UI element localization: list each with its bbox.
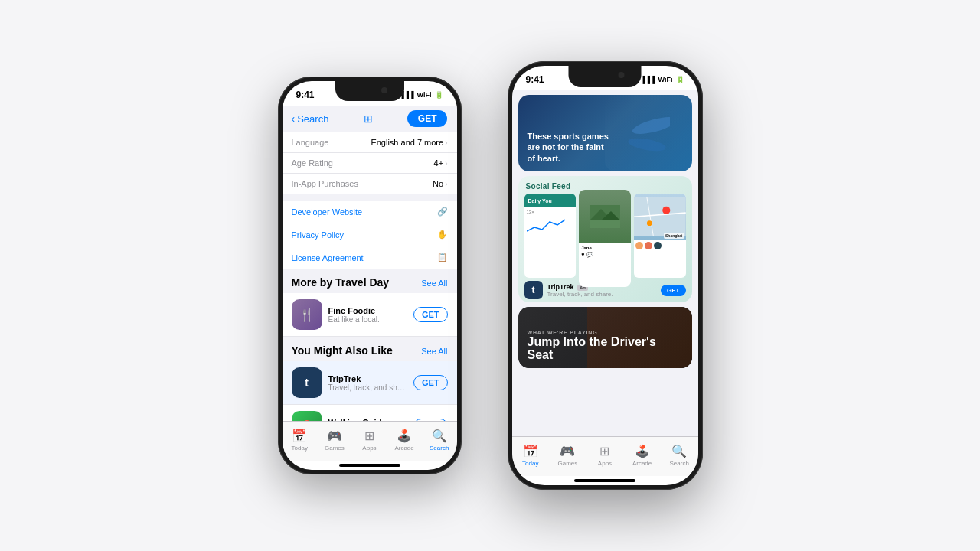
developer-website-label: Developer Website bbox=[292, 207, 363, 217]
today-label-left: Today bbox=[292, 445, 308, 452]
games-label-right: Games bbox=[557, 460, 577, 467]
fine-foodie-info: Fine Foodie Eat like a local. bbox=[328, 306, 407, 324]
gaming-label: WHAT WE'RE PLAYING bbox=[528, 330, 683, 335]
search-label-right: Search bbox=[669, 460, 688, 467]
tab-search-right[interactable]: 🔍 Search bbox=[661, 444, 698, 467]
today-icon-left: 📅 bbox=[292, 429, 307, 443]
privacy-policy-label: Privacy Policy bbox=[292, 230, 344, 240]
home-indicator-left bbox=[339, 464, 400, 467]
search-icon-left: 🔍 bbox=[432, 429, 447, 443]
triptrek-icon: t bbox=[292, 367, 322, 398]
today-icon-right: 📅 bbox=[523, 444, 538, 458]
back-button[interactable]: ‹ Search bbox=[292, 112, 329, 125]
showcase-app-desc: Travel, track, and share. bbox=[547, 291, 657, 298]
phone-right: 9:41 ▐▐▐ WiFi 🔋 bbox=[508, 61, 703, 490]
mini-avatars bbox=[635, 242, 684, 249]
search-icon-right: 🔍 bbox=[671, 444, 687, 458]
mini-screen-3: Shanghai bbox=[634, 194, 686, 278]
gaming-text: WHAT WE'RE PLAYING Jump Into the Driver'… bbox=[528, 330, 683, 362]
more-see-all[interactable]: See All bbox=[421, 279, 447, 288]
triptrek-desc: Travel, track, and share.Ad bbox=[328, 383, 407, 392]
tab-games-right[interactable]: 🎮 Games bbox=[549, 444, 586, 467]
tab-bar-left: 📅 Today 🎮 Games ⊞ Apps 🕹️ Arcade 🔍 bbox=[283, 421, 457, 461]
fine-foodie-name: Fine Foodie bbox=[328, 306, 407, 315]
tab-today-right[interactable]: 📅 Today bbox=[512, 444, 550, 467]
license-agreement-label: License Agreement bbox=[292, 253, 364, 262]
tab-apps-left[interactable]: ⊞ Apps bbox=[352, 429, 387, 452]
age-value[interactable]: 4+ › bbox=[434, 158, 448, 168]
triptrek-get-button[interactable]: GET bbox=[413, 375, 448, 390]
mini-screen-1-content: 13× bbox=[524, 207, 577, 240]
tab-games-left[interactable]: 🎮 Games bbox=[317, 429, 352, 452]
also-like-title: You Might Also Like bbox=[292, 344, 393, 357]
sports-card[interactable]: These sports games are not for the faint… bbox=[518, 95, 692, 171]
time-left: 9:41 bbox=[296, 90, 315, 100]
showcase-triptrek-icon: t bbox=[524, 281, 543, 299]
info-row-iap: In-App Purchases No › bbox=[283, 174, 457, 194]
scene: 9:41 ▐▐▐ WiFi 🔋 ‹ Search ⊞ GET bbox=[0, 0, 980, 551]
detail-header: ‹ Search ⊞ GET bbox=[283, 106, 457, 132]
gaming-card[interactable]: WHAT WE'RE PLAYING Jump Into the Driver'… bbox=[518, 307, 692, 368]
sports-bg-art bbox=[587, 95, 691, 171]
notch-left bbox=[335, 81, 404, 101]
info-rows: Language English and 7 more › Age Rating… bbox=[283, 132, 457, 194]
wifi-icon-right: WiFi bbox=[658, 76, 673, 83]
license-agreement-icon: 📋 bbox=[437, 253, 448, 262]
arcade-icon-right: 🕹️ bbox=[635, 444, 650, 458]
tab-search-left[interactable]: 🔍 Search bbox=[422, 429, 457, 452]
language-label: Language bbox=[292, 138, 329, 147]
phone-left-screen: 9:41 ▐▐▐ WiFi 🔋 ‹ Search ⊞ GET bbox=[283, 81, 457, 470]
notch-right bbox=[569, 66, 642, 87]
games-icon-left: 🎮 bbox=[327, 429, 342, 443]
app-row-triptrek: t TripTrek Travel, track, and share.Ad G… bbox=[283, 361, 457, 405]
svg-point-10 bbox=[647, 220, 652, 226]
signal-icon-right: ▐▐▐ bbox=[640, 76, 655, 83]
developer-website-icon: 🔗 bbox=[437, 207, 448, 217]
home-indicator-right bbox=[574, 479, 635, 482]
link-developer[interactable]: Developer Website 🔗 bbox=[283, 201, 457, 223]
more-section-title: More by Travel Day bbox=[292, 276, 390, 289]
mini-person-name: Jane bbox=[581, 246, 629, 250]
showcase-title: Social Feed bbox=[526, 182, 571, 191]
tab-today-left[interactable]: 📅 Today bbox=[283, 429, 318, 452]
tab-apps-right[interactable]: ⊞ Apps bbox=[586, 444, 624, 467]
link-license[interactable]: License Agreement 📋 bbox=[283, 246, 457, 269]
triptrek-name: TripTrek bbox=[328, 374, 407, 383]
chevron-icon-iap: › bbox=[445, 180, 447, 188]
iap-value[interactable]: No › bbox=[433, 179, 447, 188]
tab-arcade-left[interactable]: 🕹️ Arcade bbox=[387, 429, 422, 452]
apps-icon-right: ⊞ bbox=[599, 444, 609, 458]
svg-point-9 bbox=[662, 207, 670, 214]
link-privacy[interactable]: Privacy Policy ✋ bbox=[283, 223, 457, 246]
camera-right bbox=[619, 72, 625, 78]
app-row-fine-foodie: 🍴 Fine Foodie Eat like a local. GET bbox=[283, 293, 457, 337]
fine-foodie-get-button[interactable]: GET bbox=[413, 307, 448, 322]
get-button-top[interactable]: GET bbox=[407, 110, 448, 127]
link-rows: Developer Website 🔗 Privacy Policy ✋ Lic… bbox=[283, 201, 457, 269]
fine-foodie-icon-glyph: 🍴 bbox=[299, 308, 315, 322]
app-showcase-card[interactable]: Social Feed Daily You 13× bbox=[518, 176, 692, 302]
showcase-get-button[interactable]: GET bbox=[661, 285, 685, 296]
phone-left: 9:41 ▐▐▐ WiFi 🔋 ‹ Search ⊞ GET bbox=[278, 77, 462, 474]
status-icons-right: ▐▐▐ WiFi 🔋 bbox=[640, 76, 684, 83]
mini-map: Shanghai bbox=[634, 194, 686, 240]
landscape-svg bbox=[590, 205, 620, 228]
chevron-icon: › bbox=[445, 139, 447, 147]
apps-label-right: Apps bbox=[598, 460, 612, 467]
more-section-header: More by Travel Day See All bbox=[283, 269, 457, 293]
filter-icon[interactable]: ⊞ bbox=[364, 112, 373, 125]
triptrek-info: TripTrek Travel, track, and share.Ad bbox=[328, 374, 407, 392]
screen-content-right: These sports games are not for the faint… bbox=[512, 90, 698, 436]
tab-arcade-right[interactable]: 🕹️ Arcade bbox=[623, 444, 661, 467]
status-icons-left: ▐▐▐ WiFi 🔋 bbox=[399, 91, 443, 99]
app-row-walking-guide: 📍 Walking Guide Popular walking destinat… bbox=[283, 405, 457, 421]
screen-content-left: Language English and 7 more › Age Rating… bbox=[283, 132, 457, 421]
arcade-icon-left: 🕹️ bbox=[397, 429, 412, 443]
language-value[interactable]: English and 7 more › bbox=[371, 138, 447, 147]
games-label-left: Games bbox=[325, 445, 345, 452]
wifi-icon: WiFi bbox=[417, 91, 432, 99]
fine-foodie-icon: 🍴 bbox=[292, 299, 322, 330]
apps-icon-left: ⊞ bbox=[364, 429, 374, 443]
also-like-see-all[interactable]: See All bbox=[421, 347, 447, 356]
mini-stats: 13× bbox=[527, 210, 574, 214]
